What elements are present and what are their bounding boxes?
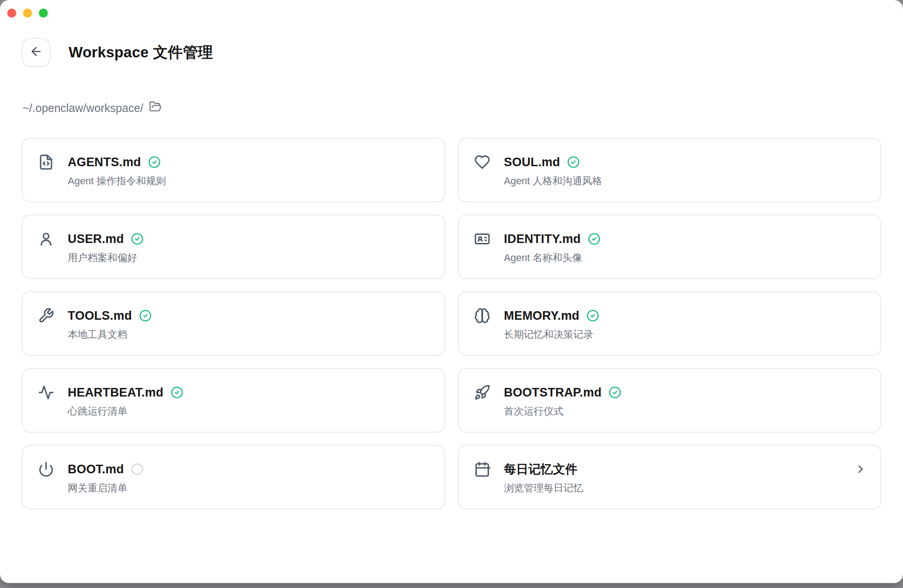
file-card[interactable]: IDENTITY.mdAgent 名称和头像 bbox=[458, 215, 881, 279]
file-description: Agent 操作指令和规则 bbox=[68, 174, 166, 188]
file-description: 长期记忆和决策记录 bbox=[504, 328, 599, 341]
check-circle-icon bbox=[139, 309, 152, 322]
wrench-icon bbox=[36, 306, 56, 326]
check-circle-icon bbox=[588, 233, 600, 245]
file-name: USER.md bbox=[68, 232, 124, 246]
workspace-path: ~/.openclaw/workspace/ bbox=[23, 102, 144, 115]
workspace-path-row: ~/.openclaw/workspace/ bbox=[23, 100, 162, 116]
check-circle-icon bbox=[131, 233, 144, 245]
file-card[interactable]: MEMORY.md长期记忆和决策记录 bbox=[458, 291, 881, 356]
rocket-icon bbox=[472, 383, 492, 402]
file-card-grid: AGENTS.mdAgent 操作指令和规则SOUL.mdAgent 人格和沟通… bbox=[22, 138, 881, 509]
file-description: 本地工具文档 bbox=[68, 328, 152, 341]
file-card[interactable]: SOUL.mdAgent 人格和沟通风格 bbox=[458, 138, 881, 202]
file-name: AGENTS.md bbox=[68, 155, 141, 169]
check-circle-icon bbox=[609, 386, 621, 399]
page-title: Workspace 文件管理 bbox=[69, 42, 213, 63]
arrow-left-icon bbox=[29, 45, 43, 60]
folder-open-icon[interactable] bbox=[149, 100, 162, 116]
heart-icon bbox=[472, 152, 492, 172]
app-window: Workspace 文件管理 ~/.openclaw/workspace/ AG… bbox=[0, 0, 903, 583]
file-description: 首次运行仪式 bbox=[504, 405, 621, 418]
minimize-button[interactable] bbox=[23, 9, 32, 18]
file-name: MEMORY.md bbox=[504, 309, 579, 323]
check-circle-icon bbox=[171, 386, 183, 399]
file-card[interactable]: TOOLS.md本地工具文档 bbox=[22, 291, 445, 356]
file-description: 网关重启清单 bbox=[68, 481, 144, 495]
back-button[interactable] bbox=[22, 38, 51, 67]
file-name: BOOTSTRAP.md bbox=[504, 386, 601, 400]
file-description: 浏览管理每日记忆 bbox=[504, 481, 583, 495]
file-description: Agent 人格和沟通风格 bbox=[504, 174, 602, 188]
close-button[interactable] bbox=[7, 9, 16, 18]
file-card[interactable]: 每日记忆文件浏览管理每日记忆 bbox=[458, 445, 881, 509]
traffic-lights bbox=[7, 9, 48, 18]
file-description: 心跳运行清单 bbox=[68, 405, 183, 418]
zoom-button[interactable] bbox=[39, 9, 48, 18]
file-name: BOOT.md bbox=[68, 462, 124, 476]
file-name: SOUL.md bbox=[504, 155, 560, 169]
file-card[interactable]: BOOT.md网关重启清单 bbox=[22, 445, 445, 509]
file-name: 每日记忆文件 bbox=[504, 461, 577, 477]
calendar-icon bbox=[472, 459, 492, 479]
page-header: Workspace 文件管理 bbox=[22, 38, 213, 67]
file-description: 用户档案和偏好 bbox=[68, 251, 144, 265]
file-card[interactable]: BOOTSTRAP.md首次运行仪式 bbox=[458, 368, 881, 433]
user-icon bbox=[36, 229, 56, 249]
empty-circle-icon bbox=[131, 463, 144, 476]
file-card[interactable]: HEARTBEAT.md心跳运行清单 bbox=[22, 368, 445, 433]
file-name: TOOLS.md bbox=[68, 309, 132, 323]
chevron-right-icon bbox=[854, 463, 867, 476]
check-circle-icon bbox=[586, 309, 599, 322]
file-card[interactable]: AGENTS.mdAgent 操作指令和规则 bbox=[22, 138, 445, 202]
id-card-icon bbox=[472, 229, 492, 249]
power-icon bbox=[36, 459, 56, 479]
file-description: Agent 名称和头像 bbox=[504, 251, 600, 265]
file-code-icon bbox=[36, 152, 56, 172]
file-name: IDENTITY.md bbox=[504, 232, 581, 246]
heartbeat-icon bbox=[36, 383, 56, 402]
check-circle-icon bbox=[567, 156, 580, 168]
check-circle-icon bbox=[148, 156, 161, 168]
brain-icon bbox=[472, 306, 492, 326]
file-name: HEARTBEAT.md bbox=[68, 386, 163, 400]
file-card[interactable]: USER.md用户档案和偏好 bbox=[22, 215, 445, 279]
